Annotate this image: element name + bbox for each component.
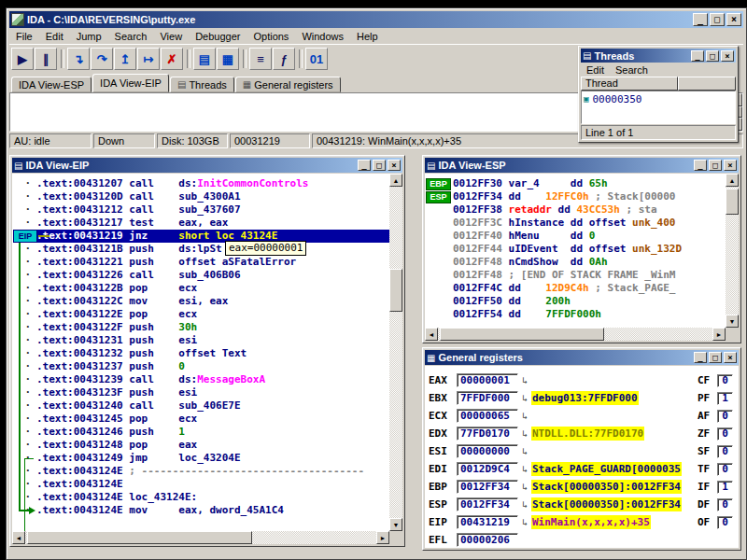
close-button[interactable]: × [724,352,737,363]
disasm-line[interactable]: ·.text:00431248 pop eax [12,439,389,452]
register-annotation[interactable]: WinMain(x,x,x,x)+35 [531,515,651,529]
ida-view-eip-titlebar[interactable]: ▤ IDA View-EIP _□× [12,158,402,173]
stack-line[interactable]: 0012FF34 dd 12FFC0h ; Stack[00000 [425,190,726,203]
horizontal-scrollbar[interactable]: ◄ ► [425,328,726,341]
flag-value[interactable]: 0 [717,516,733,529]
vertical-scrollbar[interactable]: ▲ ▼ [389,174,402,531]
tab-general-registers[interactable]: ▦General registers [235,77,341,92]
disasm-line[interactable]: ·.text:00431249 jmp loc_43204E [12,452,389,465]
disasm-line[interactable]: ·.text:0043120D call sub_4300A1 [12,190,389,203]
segments-button[interactable]: ≡ [249,48,272,70]
general-registers-titlebar[interactable]: ▦ General registers _□× [425,350,739,365]
continue-process-button[interactable]: ▶ [11,48,34,70]
jump-arrow-icon[interactable]: ↳ [518,515,531,529]
windows-menu[interactable]: Windows [295,29,350,44]
open-registers-window-button[interactable]: ▦ [217,48,239,70]
disasm-line[interactable]: ·.text:00431221 push offset aSFatalError [12,256,389,269]
debugger-menu[interactable]: Debugger [189,29,247,44]
scroll-right-button[interactable]: ► [712,328,726,341]
pause-process-button[interactable]: ∥ [35,48,57,70]
scroll-down-button[interactable]: ▼ [389,518,402,531]
jump-arrow-icon[interactable]: ↳ [518,373,531,387]
register-value[interactable]: 0012FF34 [457,497,518,511]
jump-arrow-icon[interactable]: ↳ [518,391,531,405]
help-menu[interactable]: Help [350,29,385,44]
register-value[interactable]: 00000065 [457,409,518,423]
scroll-left-button[interactable]: ◄ [425,328,438,341]
file-menu[interactable]: File [9,29,39,44]
close-button[interactable]: × [388,160,401,171]
maximize-button[interactable]: □ [709,352,722,363]
register-value[interactable]: 7FFDF000 [457,391,518,405]
cancel-debugger-button[interactable]: ✗ [161,48,183,70]
disasm-line[interactable]: ·.text:00431212 call sub_437607 [12,203,389,217]
flag-value[interactable]: 1 [717,392,733,405]
scrollbar-thumb[interactable] [27,531,252,544]
register-annotation[interactable]: NTDLL.DLL:77FD0170 [531,427,644,441]
maximize-button[interactable]: □ [709,160,722,171]
disasm-line[interactable]: ·.text:00431219 jnz short loc_43124E [12,230,389,243]
jump-arrow-icon[interactable]: ↳ [518,497,531,511]
edit-menu[interactable]: Edit [39,29,70,44]
scroll-left-button[interactable]: ◄ [12,531,25,544]
jump-arrow-icon[interactable]: ↳ [518,444,531,458]
disasm-line[interactable]: ·.text:0043122B pop ecx [12,282,389,295]
scroll-up-button[interactable]: ▲ [726,174,739,187]
search-menu[interactable]: Search [108,29,154,44]
register-value[interactable]: 77FD0170 [457,427,518,441]
scroll-up-button[interactable]: ▲ [389,174,402,187]
jump-arrow-icon[interactable]: ↳ [518,409,531,423]
minimize-button[interactable]: _ [358,160,371,171]
scrollbar-thumb[interactable] [440,328,604,341]
disasm-line[interactable]: ·.text:00431239 call ds:MessageBoxA [12,373,389,386]
run-to-cursor-button[interactable]: ↦ [137,48,160,70]
flag-value[interactable]: 0 [717,463,733,476]
register-annotation[interactable]: debug013:7FFDF000 [531,391,639,405]
stack-line[interactable]: 0012FF38 retaddr dd 43CC53h ; sta [425,203,726,217]
register-value[interactable]: 00000206 [457,533,518,547]
disasm-line[interactable]: ·.text:00431226 call sub_406B06 [12,269,389,282]
register-annotation[interactable]: Stack[00000350]:0012FF34 [531,497,682,511]
close-button[interactable]: × [726,13,741,26]
horizontal-scrollbar[interactable]: ◄ ► [12,531,389,544]
jump-arrow-icon[interactable]: ↳ [518,480,531,494]
register-value[interactable]: 00000000 [457,444,518,458]
stack-line[interactable]: 0012FF54 dd 7FFDF000h [425,308,726,321]
flag-value[interactable]: 0 [717,427,733,441]
register-annotation[interactable]: Stack[00000350]:0012FF34 [531,480,682,494]
disasm-line[interactable]: ·.text:0043124E mov eax, dword_45A1C4 [12,504,389,517]
disasm-line[interactable]: ·.text:0043121B push ds:lpSt [12,243,389,256]
flag-value[interactable]: 0 [717,374,733,387]
scrollbar-track[interactable] [726,187,739,315]
close-button[interactable]: × [721,50,734,62]
stack-line[interactable]: 0012FF48 nCmdShow dd 0Ah [425,256,726,269]
register-value[interactable]: 0012D9C4 [457,462,518,476]
stack-line[interactable]: 0012FF40 hMenu dd 0 [425,230,726,243]
maximize-button[interactable]: □ [710,13,725,26]
disasm-line[interactable]: ·.text:0043124E ; ----------------------… [12,465,389,478]
scroll-down-button[interactable]: ▼ [726,315,739,328]
view-menu[interactable]: View [153,29,189,44]
vertical-scrollbar[interactable]: ▲ ▼ [726,174,739,328]
disasm-line[interactable]: ·.text:0043122C mov esi, eax [12,295,389,308]
run-until-return-button[interactable]: ↥ [114,48,136,70]
stack-line[interactable]: 0012FF3C hInstance dd offset unk_400 [425,217,726,230]
options-menu[interactable]: Options [247,29,295,44]
threads-edit-menu[interactable]: Edit [581,63,610,77]
disasm-line[interactable]: ·.text:00431231 push esi [12,334,389,347]
register-annotation[interactable]: Stack_PAGE_GUARD[0000035 [531,462,682,476]
stack-line[interactable]: 0012FF48 ; [END OF STACK FRAME _WinM [425,269,726,282]
tab-ida-view-eip[interactable]: IDA View-EIP [92,74,169,92]
disasm-line[interactable]: ·.text:00431232 push offset Text [12,347,389,360]
stack-line[interactable]: 0012FF50 dd 200h [425,295,726,308]
step-into-button[interactable]: ↴ [67,48,90,70]
disasm-line[interactable]: ·.text:00431240 call sub_406E7E [12,399,389,413]
disasm-line[interactable]: ·.text:0043124E [12,478,389,491]
jump-arrow-icon[interactable]: ↳ [518,427,531,441]
disasm-line[interactable]: ·.text:00431217 test eax, eax [12,217,389,230]
functions-button[interactable]: ƒ [273,48,295,70]
register-value[interactable]: 00000001 [457,373,518,387]
stack-line[interactable]: 0012FF30 var_4 dd 65h [425,177,726,190]
flag-value[interactable]: 0 [717,445,733,458]
disasm-line[interactable]: ·.text:00431245 pop ecx [12,413,389,426]
